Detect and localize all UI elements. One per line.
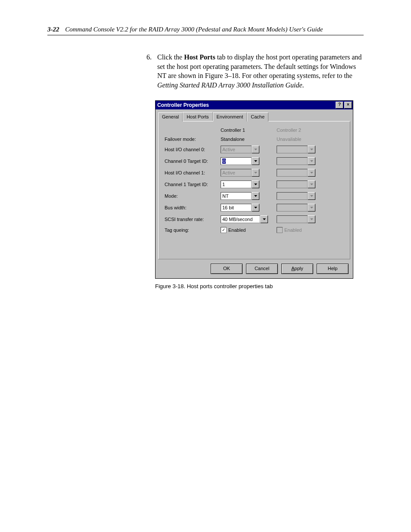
chevron-down-icon[interactable] (252, 204, 259, 212)
label-ch0: Host I/O channel 0: (165, 147, 216, 152)
combo-ch1-target-c2 (277, 180, 315, 188)
host-ports-panel: Controller 1 Controller 2 Failover mode:… (158, 121, 350, 259)
tab-host-ports[interactable]: Host Ports (183, 112, 212, 121)
combo-scsi-c1[interactable]: 40 MB/second (221, 215, 268, 223)
combo-ch1-c1: Active (221, 169, 259, 177)
chevron-down-icon[interactable] (252, 180, 259, 188)
combo-scsi-c2 (277, 215, 315, 223)
doc-title: Command Console V2.2 for the RAID Array … (65, 26, 323, 33)
combo-ch0-c2 (277, 146, 315, 153)
chevron-down-icon (308, 215, 315, 223)
combo-ch1-c2 (277, 169, 315, 177)
value-failover-c2: Unavailable (277, 137, 328, 142)
controller-properties-dialog: Controller Properties ? × General Host P… (155, 100, 353, 279)
combo-mode-c2 (277, 192, 315, 200)
help-button[interactable]: Help (317, 264, 349, 274)
dialog-buttons: OK Cancel Apply Help (156, 262, 353, 278)
combo-ch0-target-c2 (277, 157, 315, 165)
combo-buswidth-c2 (277, 204, 315, 212)
label-tag: Tag queing: (165, 227, 216, 233)
check-icon (277, 227, 283, 233)
page-number: 3-22 (47, 26, 59, 33)
tabstrip: General Host Ports Environment Cache (156, 109, 353, 121)
help-icon[interactable]: ? (336, 102, 343, 109)
tab-environment[interactable]: Environment (213, 112, 247, 121)
apply-button[interactable]: Apply (281, 264, 313, 274)
check-icon: ✓ (221, 227, 227, 233)
close-icon[interactable]: × (344, 102, 352, 109)
chevron-down-icon (308, 146, 315, 153)
value-failover-c1: Standalone (221, 137, 272, 142)
chevron-down-icon (308, 169, 315, 177)
combo-ch0-c1: Active (221, 146, 259, 153)
combo-buswidth-c1[interactable]: 16 bit (221, 204, 259, 212)
chevron-down-icon (308, 204, 315, 212)
label-failover: Failover mode: (165, 137, 216, 142)
chevron-down-icon (308, 157, 315, 165)
label-ch1-target: Channel 1 Target ID: (165, 182, 216, 187)
col-header-controller2: Controller 2 (277, 128, 328, 133)
label-ch1: Host I/O channel 1: (165, 170, 216, 175)
label-scsi: SCSI transfer rate: (165, 217, 216, 222)
tab-general[interactable]: General (158, 112, 183, 121)
running-header: 3-22 Command Console V2.2 for the RAID A… (47, 26, 364, 35)
label-ch0-target: Channel 0 Target ID: (165, 159, 216, 164)
tab-cache[interactable]: Cache (247, 112, 268, 121)
chevron-down-icon[interactable] (260, 215, 268, 223)
label-buswidth: Bus width: (165, 205, 216, 210)
step-number: 6. (146, 53, 155, 62)
chevron-down-icon (308, 192, 315, 200)
step-6: 6.Click the Host Ports tab to display th… (157, 53, 364, 90)
ok-button[interactable]: OK (211, 264, 243, 274)
combo-mode-c1[interactable]: NT (221, 192, 259, 200)
figure-caption: Figure 3-18. Host ports controller prope… (155, 283, 364, 289)
checkbox-tag-c1[interactable]: ✓ Enabled (221, 227, 272, 233)
chevron-down-icon (252, 146, 259, 153)
cancel-button[interactable]: Cancel (246, 264, 278, 274)
combo-ch1-target-c1[interactable]: 1 (221, 180, 259, 188)
combo-ch0-target-c1[interactable]: 0 (221, 157, 259, 165)
checkbox-tag-c2: Enabled (277, 227, 328, 233)
label-mode: Mode: (165, 193, 216, 199)
dialog-title: Controller Properties (157, 102, 335, 108)
chevron-down-icon[interactable] (252, 192, 259, 200)
chevron-down-icon (252, 169, 259, 177)
col-header-controller1: Controller 1 (221, 128, 272, 133)
titlebar: Controller Properties ? × (156, 101, 353, 109)
chevron-down-icon[interactable] (252, 157, 259, 165)
chevron-down-icon (308, 180, 315, 188)
